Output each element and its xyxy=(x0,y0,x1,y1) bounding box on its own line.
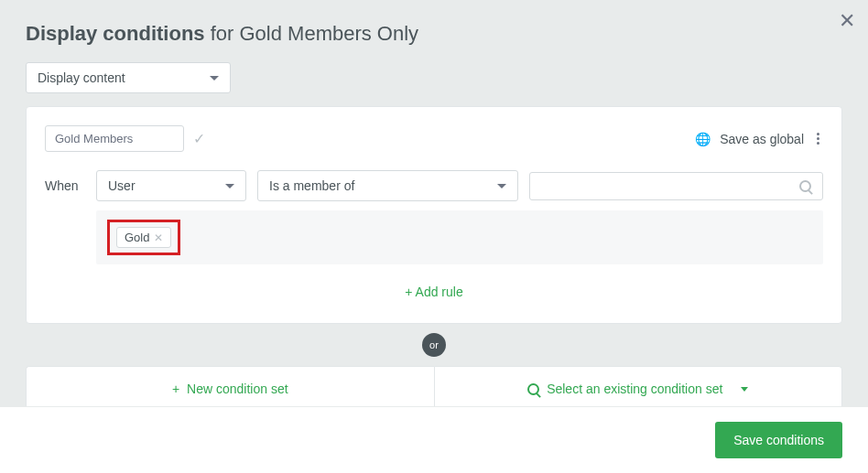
add-rule-button[interactable]: + Add rule xyxy=(45,264,823,305)
highlight-box: Gold ✕ xyxy=(107,220,180,255)
chevron-down-icon xyxy=(497,184,506,188)
dialog-footer: Save conditions xyxy=(0,406,868,473)
select-existing-label: Select an existing condition set xyxy=(547,382,722,396)
title-bold: Display conditions xyxy=(26,22,205,45)
new-set-label: New condition set xyxy=(187,382,288,396)
tag-label: Gold xyxy=(125,231,149,244)
subject-select[interactable]: User xyxy=(96,170,246,201)
content-mode-label: Display content xyxy=(38,70,125,85)
selected-values-row: Gold ✕ xyxy=(96,210,823,264)
search-icon xyxy=(527,383,539,395)
check-icon[interactable]: ✓ xyxy=(193,130,205,147)
save-global-link[interactable]: Save as global xyxy=(720,132,804,146)
bottom-actions: + New condition set Select an existing c… xyxy=(26,366,842,412)
relation-select[interactable]: Is a member of xyxy=(257,170,518,201)
chevron-down-icon xyxy=(225,184,234,188)
remove-tag-icon[interactable]: ✕ xyxy=(154,231,163,244)
subject-value: User xyxy=(108,178,136,193)
select-existing-set-button[interactable]: Select an existing condition set xyxy=(434,366,843,412)
plus-icon: + xyxy=(172,382,179,396)
set-name-input[interactable] xyxy=(45,125,184,152)
set-name-wrap: ✓ xyxy=(45,125,205,152)
rule-row: When User Is a member of xyxy=(45,170,823,201)
globe-icon: 🌐 xyxy=(695,132,711,146)
relation-value: Is a member of xyxy=(269,178,354,193)
card-actions: 🌐 Save as global xyxy=(695,131,823,146)
page-title: Display conditions for Gold Members Only xyxy=(26,22,418,46)
condition-set-card: ✓ 🌐 Save as global When User Is a member… xyxy=(26,106,842,324)
search-icon xyxy=(799,180,811,192)
when-label: When xyxy=(45,178,85,193)
value-search-input[interactable] xyxy=(529,172,823,200)
close-button[interactable]: ✕ xyxy=(831,5,863,37)
save-conditions-button[interactable]: Save conditions xyxy=(715,422,842,458)
dialog-header: Display conditions for Gold Members Only xyxy=(0,0,868,62)
content-mode-select[interactable]: Display content xyxy=(26,62,231,93)
chevron-down-icon xyxy=(741,387,748,392)
chevron-down-icon xyxy=(210,76,219,81)
or-separator: or xyxy=(422,333,446,357)
new-condition-set-button[interactable]: + New condition set xyxy=(26,366,434,412)
card-header: ✓ 🌐 Save as global xyxy=(45,125,823,152)
more-menu-button[interactable] xyxy=(813,131,823,146)
value-tag: Gold ✕ xyxy=(116,227,171,248)
title-rest: for Gold Members Only xyxy=(205,22,419,45)
